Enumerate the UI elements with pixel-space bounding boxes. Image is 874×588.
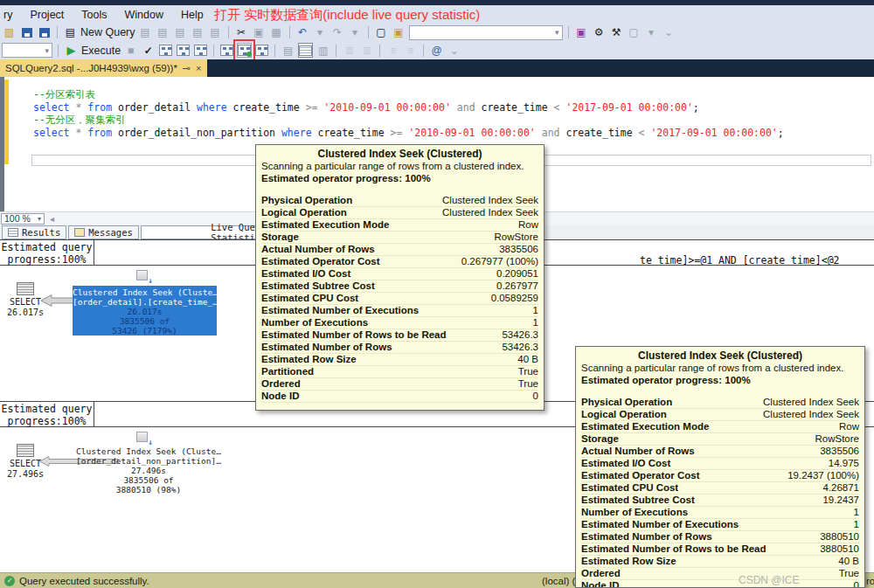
estimated-plan-icon[interactable] [158, 43, 173, 58]
document-tab-strip: SQLQuery2.sql -...J0H4939\wxg (59))* ⊸ × [0, 59, 874, 77]
menu-item-tools[interactable]: Tools [81, 9, 107, 21]
undo-icon[interactable]: ↶ [295, 25, 310, 40]
tab-live-query-statistics[interactable]: Live Query Statistics [141, 225, 274, 239]
toolbar-separator [228, 26, 229, 38]
database-engine-query-icon[interactable]: ▤ [138, 25, 153, 40]
tab-messages[interactable]: Messages [68, 225, 139, 239]
specify-values-icon[interactable]: @ [429, 43, 444, 58]
tooltip-row: Physical OperationClustered Index Seek [581, 397, 859, 409]
tooltip-row: Node ID0 [581, 580, 859, 588]
redo-dropdown-icon[interactable]: ▾ [348, 25, 363, 40]
comment-icon[interactable]: ≣ [342, 43, 357, 58]
tooltip-row: Estimated Execution ModeRow [581, 421, 859, 433]
plan-operator-mini-icon[interactable] [136, 432, 148, 442]
plan-node-tooltip-query2: Clustered Index Seek (Clustered) Scannin… [575, 346, 865, 588]
toolbox-icon[interactable]: ⚒ [609, 25, 624, 40]
rows-count-fragment: ro [866, 576, 874, 586]
code-line: --无分区，聚集索引 [33, 114, 784, 127]
tooltip-row: OrderedTrue [581, 568, 859, 580]
pin-icon[interactable]: ⊸ [183, 63, 191, 74]
decrease-indent-icon[interactable]: ≡ [385, 43, 400, 58]
tooltip-row: Estimated Execution ModeRow [261, 219, 538, 232]
find-icon[interactable]: ▣ [392, 25, 406, 40]
dax-query-icon[interactable]: ▤ [208, 25, 223, 40]
menu-item-project[interactable]: Project [30, 9, 64, 21]
find-combobox[interactable]: ▾ [409, 25, 563, 40]
tooltip-row: Estimated I/O Cost0.209051 [261, 268, 538, 280]
tooltip-row: Estimated Number of Rows to be Read38805… [581, 543, 859, 556]
tooltip-progress: Estimated operator progress: 100% [261, 172, 538, 184]
toolbar-separator [57, 26, 58, 38]
tooltip-progress: Estimated operator progress: 100% [581, 374, 859, 386]
client-statistics-icon[interactable] [254, 43, 269, 58]
document-tab-title: SQLQuery2.sql -...J0H4939\wxg (59))* [5, 63, 177, 73]
dmx-query-icon[interactable]: ▤ [173, 25, 188, 40]
parse-icon[interactable]: ✓ [141, 43, 156, 58]
cut-icon[interactable]: ✂ [234, 25, 249, 40]
redo-icon[interactable]: ↷ [330, 25, 345, 40]
execute-play-icon[interactable]: ▶ [64, 43, 79, 58]
menu-item-help[interactable]: Help [181, 9, 204, 21]
results-to-file-icon[interactable]: ▥ [316, 43, 330, 58]
zoom-level-dropdown[interactable]: 100 % ▾ [1, 213, 45, 225]
results-to-grid-icon[interactable] [298, 43, 313, 58]
chevron-down-icon: ▾ [38, 215, 41, 223]
uncomment-icon[interactable]: ≣ [359, 43, 374, 58]
save-icon[interactable] [19, 25, 34, 40]
actual-plan-icon[interactable] [219, 43, 234, 58]
query1-progress-cell: Estimated query progress:100% [0, 240, 94, 265]
query2-clustered-index-seek-node[interactable]: Clustered Index Seek (Cluste… [order_det… [74, 446, 223, 495]
cancel-query-icon[interactable]: ■ [123, 43, 138, 58]
document-tab-sqlquery2[interactable]: SQLQuery2.sql -...J0H4939\wxg (59))* ⊸ × [0, 59, 207, 77]
tooltip-row: Estimated I/O Cost14.975 [581, 458, 859, 470]
window-dropdown-icon[interactable]: ▾ [644, 25, 659, 40]
increase-indent-icon[interactable]: ≡ [403, 43, 418, 58]
tooltip-row: Estimated Row Size40 B [581, 556, 859, 568]
tooltip-row: Number of Executions1 [581, 507, 859, 519]
tab-results[interactable]: Results [2, 225, 66, 239]
tooltip-row: Estimated CPU Cost0.0589259 [261, 293, 538, 305]
tooltip-row: Logical OperationClustered Index Seek [581, 409, 859, 421]
red-annotation-text: 打开 实时数据查询(include live query statistic) [214, 7, 480, 24]
sqlcmd-mode-icon[interactable]: ▣ [574, 25, 589, 40]
tooltip-property-rows: Physical OperationClustered Index SeekLo… [261, 195, 538, 403]
query1-clustered-index-seek-node[interactable]: Clustered Index Seek (Cluste… [order_det… [73, 286, 217, 336]
wrench-icon[interactable]: ⚙ [592, 25, 607, 40]
code-line: --分区索引表 [33, 88, 784, 101]
xmla-query-icon[interactable]: ▤ [191, 25, 205, 40]
mdx-query-icon[interactable]: ▤ [156, 25, 170, 40]
query1-statement-fragment: te_time]>=@1 AND [create_time]<@2 [640, 254, 839, 265]
folder-icon[interactable]: ▨ [2, 25, 17, 40]
available-databases-dropdown[interactable]: ▾ [2, 43, 52, 58]
tooltip-row: Estimated Row Size40 B [261, 354, 538, 366]
window-icon[interactable]: ▢ [627, 25, 642, 40]
menu-item-query-partial[interactable]: ry [3, 9, 12, 21]
tooltip-title: Clustered Index Seek (Clustered) [581, 349, 859, 362]
toolbar-overflow-icon[interactable]: ⌄ [447, 43, 461, 58]
live-query-statistics-icon[interactable] [237, 43, 252, 58]
navigate-icon[interactable]: ▢ [374, 25, 389, 40]
plan-node-tooltip-query1: Clustered Index Seek (Clustered) Scannin… [255, 144, 545, 411]
new-query-icon[interactable]: ▤ [63, 25, 78, 40]
execute-button[interactable]: Execute [81, 45, 121, 57]
tooltip-row: PartitionedTrue [261, 366, 538, 378]
toolbar-separator [568, 26, 569, 38]
close-icon[interactable]: × [196, 63, 201, 73]
intellisense-icon[interactable] [193, 43, 208, 58]
save-all-icon[interactable] [37, 25, 52, 40]
results-to-text-icon[interactable]: ▤ [281, 43, 295, 58]
splitter-collapse-icon[interactable]: ◂ [50, 214, 54, 224]
code-area[interactable]: --分区索引表select * from order_detail where … [33, 88, 784, 140]
new-query-button[interactable]: New Query [80, 26, 135, 38]
plan-operator-mini-icon[interactable] [136, 270, 148, 280]
menu-item-window[interactable]: Window [125, 9, 163, 21]
tab-results-label: Results [22, 227, 60, 238]
tooltip-row: Estimated Operator Cost19.2437 (100%) [581, 470, 859, 482]
paste-icon[interactable]: ▦ [269, 25, 284, 40]
copy-icon[interactable]: ▣ [252, 25, 267, 40]
tooltip-row: Estimated Subtree Cost19.2437 [581, 495, 859, 507]
toolbar-overflow-icon[interactable]: ⌄ [662, 25, 676, 40]
undo-dropdown-icon[interactable]: ▾ [313, 25, 328, 40]
query-options-icon[interactable] [176, 43, 191, 58]
code-line: select * from order_detail where create_… [33, 101, 784, 114]
